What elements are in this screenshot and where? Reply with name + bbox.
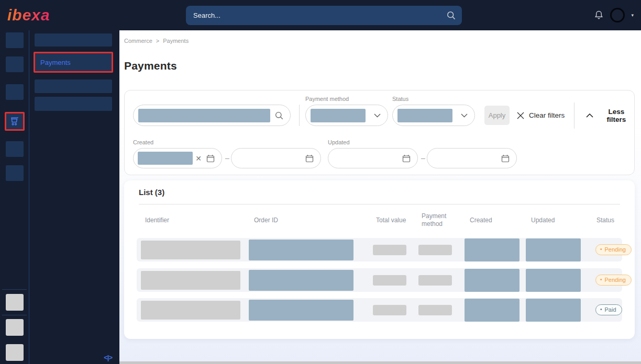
clear-x-icon — [517, 112, 524, 119]
status-dot-icon: • — [600, 277, 602, 282]
table-row[interactable]: • Pending — [137, 268, 622, 292]
column-header-status: Status — [589, 217, 622, 224]
search-icon[interactable] — [447, 11, 456, 20]
payment-method-label: Payment method — [305, 96, 349, 102]
status-label: Paid — [605, 306, 616, 313]
payments-list-card: List (3) Identifier Order ID Total value… — [124, 180, 635, 339]
subnav-item-1[interactable] — [35, 33, 112, 47]
created-from-date-input[interactable]: ✕ — [133, 148, 222, 168]
breadcrumb: Commerce > Payments — [124, 38, 189, 44]
calendar-icon[interactable] — [305, 154, 314, 163]
page-title: Payments — [124, 60, 177, 72]
calendar-icon[interactable] — [402, 154, 411, 163]
table-row[interactable]: • Pending — [137, 238, 622, 261]
status-select[interactable] — [392, 105, 475, 126]
identifier-placeholder — [141, 301, 240, 320]
updated-to-date-input[interactable] — [427, 148, 517, 168]
rail-item-5[interactable] — [6, 141, 24, 157]
total-value-placeholder — [373, 305, 406, 315]
updated-from-date-input[interactable] — [328, 148, 418, 168]
calendar-icon[interactable] — [501, 154, 510, 163]
order-id-placeholder — [249, 270, 353, 291]
horizontal-scrollbar[interactable] — [119, 361, 641, 364]
rail-divider — [2, 289, 27, 290]
ibexa-logo[interactable]: ibexa — [7, 6, 50, 24]
created-label: Created — [133, 139, 153, 145]
global-search[interactable] — [186, 6, 462, 25]
status-label: Pending — [605, 277, 626, 283]
created-to-date-input[interactable] — [231, 148, 321, 168]
rail-divider — [2, 315, 27, 315]
subnav-panel: Payments <|> — [29, 30, 119, 364]
rail-item-6[interactable] — [6, 165, 24, 181]
clear-date-icon[interactable]: ✕ — [195, 154, 202, 163]
list-title: List (3) — [139, 188, 164, 197]
filters-panel: Payment method Status Apply — [124, 90, 635, 175]
identifier-placeholder — [141, 271, 240, 290]
breadcrumb-commerce[interactable]: Commerce — [124, 38, 152, 44]
status-value-placeholder — [397, 109, 452, 122]
topbar-actions: ▾ — [594, 0, 634, 30]
subnav-item-payments-label: Payments — [40, 59, 71, 66]
table-row[interactable]: • Paid — [137, 298, 622, 322]
created-placeholder — [465, 299, 520, 322]
rail-item-2[interactable] — [6, 56, 24, 72]
search-input[interactable] — [186, 12, 447, 19]
breadcrumb-separator: > — [156, 38, 159, 44]
order-id-placeholder — [249, 240, 353, 260]
filter-divider — [299, 105, 300, 126]
column-header-identifier: Identifier — [137, 217, 249, 224]
collapse-panel-icon[interactable]: <|> — [104, 354, 112, 361]
notifications-bell-icon[interactable] — [594, 10, 604, 20]
icon-rail — [0, 30, 29, 364]
rail-footer-item-2[interactable] — [6, 319, 24, 336]
column-header-created: Created — [465, 217, 526, 224]
status-badge: • Paid — [595, 304, 622, 315]
range-separator: – — [225, 154, 229, 162]
list-divider — [139, 204, 620, 204]
status-dot-icon: • — [600, 307, 602, 312]
column-header-payment-method: Payment method — [418, 212, 465, 228]
subnav-item-payments[interactable]: Payments — [34, 52, 113, 73]
filter-divider — [574, 103, 574, 129]
updated-placeholder — [526, 238, 581, 261]
rail-footer-item-1[interactable] — [6, 294, 24, 311]
rail-item-1[interactable] — [6, 32, 24, 48]
filter-search-input[interactable] — [133, 105, 291, 126]
rail-item-commerce[interactable] — [5, 112, 25, 131]
breadcrumb-payments[interactable]: Payments — [163, 38, 189, 44]
chevron-down-icon — [374, 113, 381, 118]
rail-footer-item-3[interactable] — [6, 344, 24, 361]
updated-label: Updated — [328, 139, 350, 145]
status-dot-icon: • — [600, 247, 602, 252]
payment-method-value-placeholder — [311, 109, 366, 122]
total-value-placeholder — [373, 275, 406, 286]
identifier-placeholder — [141, 241, 240, 259]
search-value-placeholder — [138, 109, 270, 122]
payment-method-placeholder — [418, 305, 452, 315]
payment-method-select[interactable] — [305, 105, 388, 126]
subnav-item-3[interactable] — [35, 79, 112, 93]
updated-placeholder — [526, 269, 581, 292]
main-content: Commerce > Payments Payments Payment met… — [119, 30, 641, 364]
clear-filters-button[interactable]: Clear filters — [517, 106, 565, 125]
less-filters-label: Less filters — [599, 108, 634, 123]
range-separator: – — [421, 154, 425, 162]
status-badge: • Pending — [595, 275, 632, 286]
status-label: Pending — [605, 246, 626, 253]
rail-item-3[interactable] — [6, 84, 24, 100]
search-icon[interactable] — [275, 111, 283, 120]
status-label: Status — [392, 96, 408, 102]
column-header-updated: Updated — [526, 217, 589, 224]
subnav-item-4[interactable] — [35, 97, 112, 111]
created-from-value-placeholder — [138, 152, 193, 165]
column-header-order-id: Order ID — [249, 217, 373, 224]
user-avatar[interactable] — [610, 8, 625, 22]
calendar-icon[interactable] — [206, 154, 215, 163]
chevron-down-icon — [461, 113, 468, 118]
payment-method-placeholder — [418, 245, 452, 255]
user-menu-caret-icon[interactable]: ▾ — [631, 13, 634, 18]
apply-button[interactable]: Apply — [484, 106, 510, 125]
less-filters-button[interactable]: Less filters — [586, 106, 634, 125]
column-header-total-value: Total value — [373, 217, 418, 224]
